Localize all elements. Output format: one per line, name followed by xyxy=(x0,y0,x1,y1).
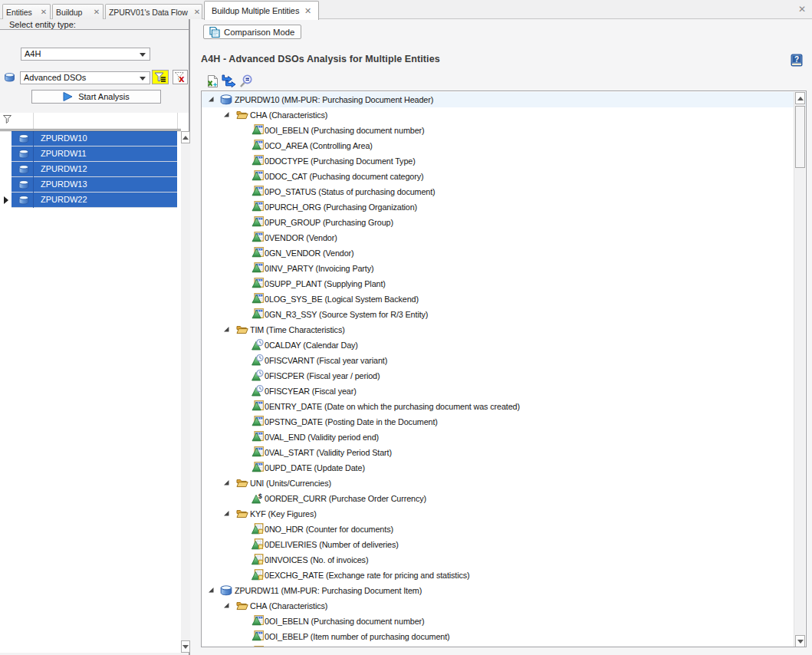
svg-text:x: x xyxy=(179,73,185,84)
svg-text:?: ? xyxy=(794,55,799,64)
